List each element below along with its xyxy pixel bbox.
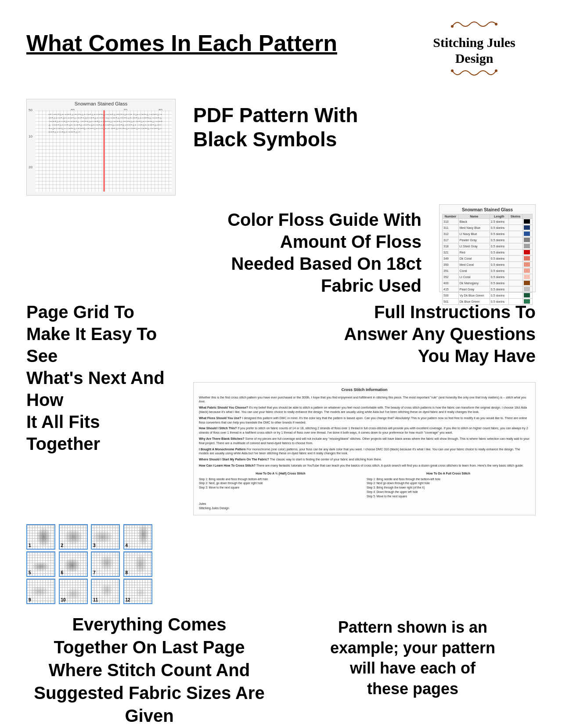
svg-point-3: [495, 69, 497, 72]
pdf-text-area: PDF Pattern With Black Symbols: [193, 99, 536, 152]
pattern-example-text: Pattern shown is an example; your patter…: [290, 613, 536, 699]
floss-row: 351 Coral 0.5 skeins: [443, 268, 533, 274]
pattern-preview: Snowman Stained Glass 50 60 70 80 10 20 …: [26, 99, 176, 196]
floss-label: Color Floss Guide With Amount Of Floss N…: [26, 209, 422, 297]
tile-number: 3: [93, 543, 96, 548]
tile-number: 6: [61, 570, 64, 575]
page-tile: 4: [123, 524, 152, 550]
section-bottom: Everything Comes Together On Last Page W…: [26, 613, 536, 727]
tile-number: 12: [126, 598, 130, 602]
info-doc: Cross Stitch Information Whether this is…: [193, 382, 536, 515]
full-stitch-col: How To Do A Full Cross Stitch Step 1: Br…: [367, 471, 530, 499]
stitch-how-to: How To Do A ½ (Half) Cross Stitch Step 1…: [199, 471, 530, 499]
half-stitch-col: How To Do A ½ (Half) Cross Stitch Step 1…: [199, 471, 362, 499]
floss-row: 400 Dk Mahogany 0.5 skeins: [443, 280, 533, 286]
page-tile: 1: [26, 524, 55, 550]
floss-row: 500 Vy Dk Blue Green 0.5 skeins: [443, 293, 533, 299]
pattern-example-label: Pattern shown is an example; your patter…: [290, 617, 536, 699]
tile-stitch: [27, 580, 54, 603]
tile-stitch: [92, 525, 119, 549]
page-grid-label: Page Grid To Make It Easy To See What's …: [26, 301, 176, 455]
svg-point-2: [451, 69, 454, 72]
section-floss: Color Floss Guide With Amount Of Floss N…: [26, 204, 536, 297]
logo-area: Stitching Jules Design: [413, 18, 536, 81]
page-grid-text: Page Grid To Make It Easy To See What's …: [26, 301, 176, 455]
floss-row: 350 Med Coral 0.5 skeins: [443, 262, 533, 268]
tile-stitch: [124, 552, 151, 576]
right-column: Full Instructions To Answer Any Question…: [193, 301, 536, 515]
tile-content: [124, 525, 151, 549]
floss-row: 415 Pearl Gray 0.5 skeins: [443, 286, 533, 293]
tile-stitch: [27, 525, 54, 549]
info-paragraph-4: How Should I Stitch This? If you prefer …: [199, 426, 530, 435]
page-tile: 5: [26, 551, 55, 577]
floss-row: 352 Lt Coral 0.5 skeins: [443, 274, 533, 280]
page-tile: 8: [123, 551, 152, 577]
tile-stitch: [92, 552, 119, 576]
floss-row: 318 Lt Steel Gray 0.5 skeins: [443, 243, 533, 250]
tile-number: 1: [29, 543, 31, 548]
info-paragraph-5: Why Are There Blank Stitches? Some of my…: [199, 437, 530, 445]
page-tile: 12: [123, 579, 152, 604]
tile-number: 5: [29, 570, 31, 575]
tile-content: [60, 552, 87, 576]
logo-ornament-top: [413, 18, 536, 34]
page-title: What Comes In Each Pattern: [26, 31, 337, 56]
page-tile: 7: [91, 551, 120, 577]
everything-label: Everything Comes Together On Last Page W…: [26, 613, 272, 727]
tile-number: 4: [126, 543, 128, 548]
tile-number: 10: [61, 598, 66, 602]
preview-title: Snowman Stained Glass: [73, 99, 129, 108]
logo-text: Stitching Jules Design: [413, 35, 536, 66]
floss-row: 349 Dk Coral 0.5 skeins: [443, 256, 533, 262]
tile-content: [27, 552, 54, 576]
floss-row: 312 Lt Navy Blue 0.5 skeins: [443, 231, 533, 237]
page-tile: 9: [26, 579, 55, 604]
floss-row: 321 Red 0.5 skeins: [443, 250, 533, 256]
instructions-label: Full Instructions To Answer Any Question…: [193, 301, 536, 367]
grid-pages-row: 1 2 3 4 5 6: [26, 524, 536, 604]
floss-row: 310 Black 2.5 skeins: [443, 219, 533, 225]
svg-point-1: [495, 23, 497, 25]
tile-stitch: [27, 552, 54, 576]
floss-row: 317 Pewter Gray 0.5 skeins: [443, 237, 533, 243]
page-tile: 6: [59, 551, 88, 577]
page-tile: 3: [91, 524, 120, 550]
tile-content: [124, 552, 151, 576]
tile-stitch: [124, 525, 151, 549]
tile-number: 11: [93, 598, 98, 602]
floss-table: Number Name Length Skeins 310 Black 2.5 …: [442, 214, 533, 305]
floss-text-area: Color Floss Guide With Amount Of Floss N…: [26, 204, 422, 297]
tile-number: 8: [126, 570, 128, 575]
page-tile: 11: [91, 579, 120, 604]
floss-guide-preview: Snowman Stained Glass Number Name Length…: [439, 204, 536, 292]
everything-text: Everything Comes Together On Last Page W…: [26, 613, 272, 727]
tile-stitch: [60, 552, 87, 576]
tile-number: 9: [29, 598, 31, 602]
tile-content: [92, 552, 119, 576]
section-grid-instructions: Page Grid To Make It Easy To See What's …: [26, 301, 536, 515]
tile-content: [92, 525, 119, 549]
pdf-label: PDF Pattern With Black Symbols: [193, 103, 358, 152]
svg-point-0: [451, 25, 454, 28]
page-tile: 2: [59, 524, 88, 550]
page-tile: 10: [59, 579, 88, 604]
info-paragraph-6: I Bought A Monochrome Pattern For monoch…: [199, 447, 530, 456]
tile-content: [27, 580, 54, 603]
full-stitch-steps: Step 1: Bring needle and floss through t…: [367, 477, 530, 499]
half-stitch-steps: Step 1: Bring needle and floss through b…: [199, 477, 362, 490]
tile-number: 2: [61, 543, 64, 548]
floss-row: 311 Med Navy Blue 0.5 skeins: [443, 225, 533, 231]
pages-grid: 1 2 3 4 5 6: [26, 524, 154, 604]
info-paragraph-7: Where Should I Start My Pattern On The F…: [199, 457, 530, 462]
tile-number: 7: [93, 570, 96, 575]
tile-content: [27, 525, 54, 549]
section-pdf: Snowman Stained Glass 50 60 70 80 10 20 …: [26, 99, 536, 196]
info-paragraph-2: What Fabric Should You Choose? It's my b…: [199, 406, 530, 414]
info-paragraph-8: How Can I Learn How To Cross Stitch? The…: [199, 464, 530, 468]
header: What Comes In Each Pattern Stitching Jul…: [26, 18, 536, 81]
page: What Comes In Each Pattern Stitching Jul…: [0, 0, 562, 728]
sign-off: JulesStitching Jules Design: [199, 502, 530, 511]
info-paragraph-3: What Floss Should You Use? I designed th…: [199, 416, 530, 425]
tile-content: [60, 525, 87, 549]
